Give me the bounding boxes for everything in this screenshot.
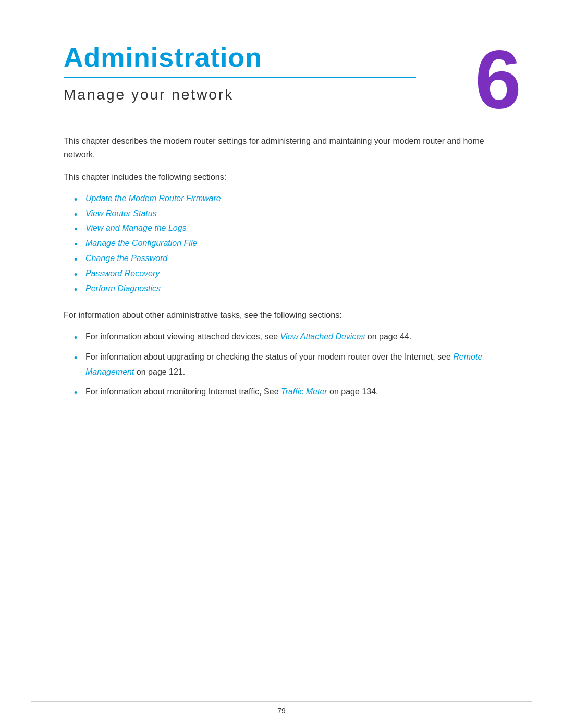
info-text-suffix-2: on page 121. (134, 367, 185, 376)
list-item: Perform Diagnostics (74, 281, 499, 297)
chapter-number: 6 (475, 38, 521, 121)
page-title: Administration (64, 42, 416, 73)
info-text-suffix-3: on page 134. (327, 387, 378, 396)
list-item: View and Manage the Logs (74, 221, 499, 236)
sections-intro: This chapter includes the following sect… (64, 170, 499, 184)
link-traffic-meter[interactable]: Traffic Meter (281, 387, 327, 396)
intro-paragraph: This chapter describes the modem router … (64, 134, 499, 161)
link-update-firmware[interactable]: Update the Modem Router Firmware (85, 194, 221, 203)
info-item-3: For information about monitoring Interne… (74, 385, 499, 400)
list-item: Change the Password (74, 251, 499, 266)
additional-intro: For information about other administrati… (64, 309, 499, 322)
list-item: Update the Modem Router Firmware (74, 191, 499, 206)
info-text-suffix-1: on page 44. (365, 332, 411, 341)
info-text-prefix-3: For information about monitoring Interne… (85, 387, 281, 396)
info-text-prefix-1: For information about viewing attached d… (85, 332, 280, 341)
link-perform-diagnostics[interactable]: Perform Diagnostics (85, 284, 161, 293)
bottom-divider (31, 701, 532, 702)
list-item: Password Recovery (74, 266, 499, 281)
title-section: Administration Manage your network (64, 42, 499, 129)
link-manage-config[interactable]: Manage the Configuration File (85, 239, 197, 248)
link-change-password[interactable]: Change the Password (85, 254, 167, 263)
link-view-router-status[interactable]: View Router Status (85, 209, 157, 218)
link-password-recovery[interactable]: Password Recovery (85, 269, 160, 278)
link-view-manage-logs[interactable]: View and Manage the Logs (85, 224, 187, 232)
sections-list: Update the Modem Router Firmware View Ro… (74, 191, 499, 297)
page-subtitle: Manage your network (64, 87, 416, 103)
page-container: 6 Administration Manage your network Thi… (0, 0, 563, 728)
info-list: For information about viewing attached d… (74, 329, 499, 405)
list-item: View Router Status (74, 206, 499, 221)
list-item: Manage the Configuration File (74, 236, 499, 251)
info-text-prefix-2: For information about upgrading or check… (85, 352, 453, 361)
page-number: 79 (277, 707, 286, 715)
info-item-2: For information about upgrading or check… (74, 350, 499, 380)
link-view-attached-devices[interactable]: View Attached Devices (280, 332, 365, 341)
info-item-1: For information about viewing attached d… (74, 329, 499, 344)
title-divider (64, 77, 416, 78)
